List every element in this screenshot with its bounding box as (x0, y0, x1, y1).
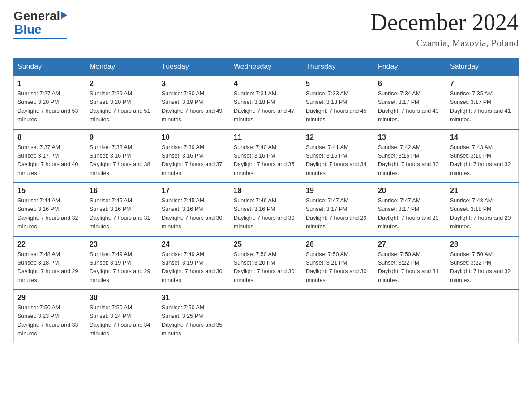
logo-blue-text: Blue (14, 22, 42, 36)
day-info: Sunrise: 7:40 AMSunset: 3:16 PMDaylight:… (234, 144, 295, 176)
day-info: Sunrise: 7:39 AMSunset: 3:16 PMDaylight:… (162, 144, 223, 176)
calendar-day-cell: 29 Sunrise: 7:50 AMSunset: 3:23 PMDaylig… (14, 290, 86, 343)
page-header: General Blue December 2024 Czarnia, Mazo… (13, 9, 519, 49)
calendar-day-cell: 8 Sunrise: 7:37 AMSunset: 3:17 PMDayligh… (14, 129, 86, 183)
calendar-day-header: Wednesday (230, 58, 302, 76)
calendar-day-cell: 5 Sunrise: 7:33 AMSunset: 3:18 PMDayligh… (302, 76, 374, 129)
day-number: 12 (306, 133, 370, 141)
day-info: Sunrise: 7:33 AMSunset: 3:18 PMDaylight:… (306, 90, 367, 123)
day-info: Sunrise: 7:48 AMSunset: 3:18 PMDaylight:… (450, 197, 511, 230)
day-number: 20 (378, 187, 442, 195)
day-number: 5 (306, 80, 370, 88)
calendar-week-row: 8 Sunrise: 7:37 AMSunset: 3:17 PMDayligh… (14, 129, 519, 183)
logo-triangle-icon (61, 11, 67, 19)
day-number: 23 (90, 240, 154, 248)
day-info: Sunrise: 7:45 AMSunset: 3:16 PMDaylight:… (162, 197, 223, 230)
day-number: 15 (17, 187, 82, 195)
calendar-day-cell (374, 290, 446, 343)
calendar-day-header: Saturday (446, 58, 519, 76)
calendar-day-header: Sunday (14, 58, 86, 76)
day-number: 9 (90, 133, 154, 141)
calendar-day-cell: 20 Sunrise: 7:47 AMSunset: 3:17 PMDaylig… (374, 183, 446, 236)
day-info: Sunrise: 7:47 AMSunset: 3:17 PMDaylight:… (306, 197, 367, 230)
day-info: Sunrise: 7:50 AMSunset: 3:22 PMDaylight:… (378, 251, 439, 283)
day-info: Sunrise: 7:30 AMSunset: 3:19 PMDaylight:… (162, 90, 223, 123)
calendar-day-cell: 31 Sunrise: 7:50 AMSunset: 3:25 PMDaylig… (158, 290, 230, 343)
calendar-day-cell: 6 Sunrise: 7:34 AMSunset: 3:17 PMDayligh… (374, 76, 446, 129)
calendar-week-row: 15 Sunrise: 7:44 AMSunset: 3:16 PMDaylig… (14, 183, 519, 236)
day-info: Sunrise: 7:31 AMSunset: 3:18 PMDaylight:… (234, 90, 295, 123)
calendar-day-header: Friday (374, 58, 446, 76)
day-number: 22 (17, 240, 82, 248)
calendar-day-cell: 19 Sunrise: 7:47 AMSunset: 3:17 PMDaylig… (302, 183, 374, 236)
calendar-day-cell (230, 290, 302, 343)
day-number: 8 (17, 133, 82, 141)
day-number: 2 (90, 80, 154, 88)
calendar-day-cell: 21 Sunrise: 7:48 AMSunset: 3:18 PMDaylig… (446, 183, 519, 236)
calendar-day-cell: 15 Sunrise: 7:44 AMSunset: 3:16 PMDaylig… (14, 183, 86, 236)
calendar-day-cell: 25 Sunrise: 7:50 AMSunset: 3:20 PMDaylig… (230, 236, 302, 290)
calendar-day-header: Monday (86, 58, 158, 76)
day-number: 25 (234, 240, 298, 248)
logo-underline (13, 38, 67, 39)
day-number: 29 (17, 294, 82, 302)
calendar-header-row: SundayMondayTuesdayWednesdayThursdayFrid… (14, 58, 519, 76)
calendar-day-cell: 9 Sunrise: 7:38 AMSunset: 3:16 PMDayligh… (86, 129, 158, 183)
logo: General Blue (13, 9, 67, 39)
month-title: December 2024 (370, 9, 519, 35)
calendar-day-cell: 28 Sunrise: 7:50 AMSunset: 3:22 PMDaylig… (446, 236, 519, 290)
calendar-day-cell: 10 Sunrise: 7:39 AMSunset: 3:16 PMDaylig… (158, 129, 230, 183)
day-number: 6 (378, 80, 442, 88)
calendar-day-cell: 3 Sunrise: 7:30 AMSunset: 3:19 PMDayligh… (158, 76, 230, 129)
calendar-day-cell: 13 Sunrise: 7:42 AMSunset: 3:16 PMDaylig… (374, 129, 446, 183)
day-info: Sunrise: 7:43 AMSunset: 3:16 PMDaylight:… (450, 144, 511, 176)
calendar-day-header: Tuesday (158, 58, 230, 76)
day-info: Sunrise: 7:50 AMSunset: 3:21 PMDaylight:… (306, 251, 367, 283)
calendar-day-cell: 4 Sunrise: 7:31 AMSunset: 3:18 PMDayligh… (230, 76, 302, 129)
calendar-week-row: 29 Sunrise: 7:50 AMSunset: 3:23 PMDaylig… (14, 290, 519, 343)
calendar-day-cell: 30 Sunrise: 7:50 AMSunset: 3:24 PMDaylig… (86, 290, 158, 343)
day-info: Sunrise: 7:38 AMSunset: 3:16 PMDaylight:… (90, 144, 150, 176)
day-info: Sunrise: 7:50 AMSunset: 3:25 PMDaylight:… (162, 304, 223, 337)
location-subtitle: Czarnia, Mazovia, Poland (370, 37, 519, 49)
day-info: Sunrise: 7:49 AMSunset: 3:19 PMDaylight:… (90, 251, 150, 283)
day-number: 19 (306, 187, 370, 195)
day-number: 7 (450, 80, 515, 88)
day-info: Sunrise: 7:34 AMSunset: 3:17 PMDaylight:… (378, 90, 439, 123)
day-number: 14 (450, 133, 515, 141)
day-info: Sunrise: 7:47 AMSunset: 3:17 PMDaylight:… (378, 197, 439, 230)
calendar-day-cell: 12 Sunrise: 7:41 AMSunset: 3:16 PMDaylig… (302, 129, 374, 183)
calendar-day-cell: 11 Sunrise: 7:40 AMSunset: 3:16 PMDaylig… (230, 129, 302, 183)
day-number: 3 (162, 80, 226, 88)
calendar-day-cell: 2 Sunrise: 7:29 AMSunset: 3:20 PMDayligh… (86, 76, 158, 129)
day-number: 21 (450, 187, 515, 195)
day-info: Sunrise: 7:42 AMSunset: 3:16 PMDaylight:… (378, 144, 439, 176)
logo-general-text: General (13, 9, 60, 23)
calendar-day-cell (302, 290, 374, 343)
day-number: 26 (306, 240, 370, 248)
day-info: Sunrise: 7:50 AMSunset: 3:23 PMDaylight:… (17, 304, 78, 337)
day-info: Sunrise: 7:45 AMSunset: 3:16 PMDaylight:… (90, 197, 150, 230)
calendar-week-row: 1 Sunrise: 7:27 AMSunset: 3:20 PMDayligh… (14, 76, 519, 129)
calendar-day-cell: 23 Sunrise: 7:49 AMSunset: 3:19 PMDaylig… (86, 236, 158, 290)
day-number: 28 (450, 240, 515, 248)
day-number: 18 (234, 187, 298, 195)
day-number: 1 (17, 80, 82, 88)
day-number: 10 (162, 133, 226, 141)
calendar-day-cell: 1 Sunrise: 7:27 AMSunset: 3:20 PMDayligh… (14, 76, 86, 129)
calendar-day-cell: 18 Sunrise: 7:46 AMSunset: 3:16 PMDaylig… (230, 183, 302, 236)
calendar-day-cell: 27 Sunrise: 7:50 AMSunset: 3:22 PMDaylig… (374, 236, 446, 290)
day-info: Sunrise: 7:50 AMSunset: 3:20 PMDaylight:… (234, 251, 295, 283)
calendar-day-cell: 17 Sunrise: 7:45 AMSunset: 3:16 PMDaylig… (158, 183, 230, 236)
calendar-week-row: 22 Sunrise: 7:48 AMSunset: 3:18 PMDaylig… (14, 236, 519, 290)
calendar-day-cell: 26 Sunrise: 7:50 AMSunset: 3:21 PMDaylig… (302, 236, 374, 290)
title-section: December 2024 Czarnia, Mazovia, Poland (370, 9, 519, 49)
day-info: Sunrise: 7:35 AMSunset: 3:17 PMDaylight:… (450, 90, 511, 123)
day-info: Sunrise: 7:44 AMSunset: 3:16 PMDaylight:… (17, 197, 78, 230)
day-info: Sunrise: 7:48 AMSunset: 3:18 PMDaylight:… (17, 251, 78, 283)
day-number: 4 (234, 80, 298, 88)
day-number: 31 (162, 294, 226, 302)
day-info: Sunrise: 7:49 AMSunset: 3:19 PMDaylight:… (162, 251, 223, 283)
calendar-day-cell (446, 290, 519, 343)
day-info: Sunrise: 7:41 AMSunset: 3:16 PMDaylight:… (306, 144, 367, 176)
